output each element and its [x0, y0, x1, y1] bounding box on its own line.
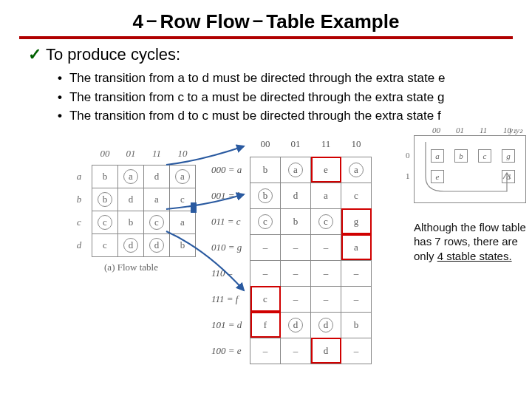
cell: d — [311, 338, 341, 364]
row-hdr: 101 = d — [211, 312, 250, 338]
cell: – — [281, 338, 311, 364]
note-text: Although the flow table has 7 rows, ther… — [414, 220, 532, 264]
col-hdr: 11 — [144, 143, 170, 166]
cell: a — [170, 211, 196, 233]
cell: a — [170, 165, 196, 188]
row-hdr: 111 = f — [211, 286, 250, 312]
flow-table-a: 00011110abadabbdacccbcadcddb (a) Flow ta… — [66, 143, 196, 273]
cell: d — [144, 233, 170, 256]
col-hdr: 00 — [250, 132, 281, 157]
flow-table-b: 00011110000 = abaea001 = bbdac011 = ccbc… — [211, 132, 372, 364]
row-hdr: 010 = g — [211, 234, 250, 260]
cell: a — [341, 157, 372, 183]
cell: b — [92, 165, 118, 188]
cell: c — [250, 286, 281, 312]
row-hdr: 011 = c — [211, 208, 250, 234]
title-dash-2: – — [253, 9, 263, 31]
cell: a — [341, 234, 372, 260]
cell: d — [311, 312, 341, 338]
cell: f — [250, 312, 281, 338]
figures-area: 00011110abadabbdacccbcadcddb (a) Flow ta… — [22, 132, 510, 375]
row-hdr: d — [66, 233, 92, 256]
cell: c — [170, 188, 196, 211]
row-hdr: 110 – — [211, 260, 250, 286]
cell: c — [311, 208, 341, 234]
transition-diagram: y₁y₂ 000111100abcg1ed — [414, 135, 526, 203]
trans-row: 0 — [406, 151, 410, 160]
cell: – — [341, 260, 372, 286]
cell: c — [92, 233, 118, 256]
trans-row: 1 — [406, 171, 410, 180]
cell: e — [311, 157, 341, 183]
cell: d — [118, 233, 144, 256]
row-hdr: a — [66, 165, 92, 188]
bullet-item: The transition from a to d must be direc… — [58, 69, 510, 88]
cell: a — [118, 165, 144, 188]
cell: – — [311, 260, 341, 286]
row-hdr: 001 = b — [211, 183, 250, 208]
cell: a — [281, 157, 311, 183]
col-hdr: 10 — [170, 143, 196, 166]
title-post: Table Example — [266, 10, 399, 33]
check-icon: ✓ — [28, 45, 41, 64]
col-hdr: 11 — [311, 132, 341, 157]
row-hdr: b — [66, 188, 92, 211]
col-hdr: 10 — [341, 132, 372, 157]
note-underlined: 4 stable states. — [437, 250, 512, 262]
cell: a — [144, 188, 170, 211]
title-dash-1: – — [146, 9, 157, 31]
cell: d — [144, 165, 170, 188]
cell: – — [281, 286, 311, 312]
cell: – — [311, 234, 341, 260]
row-hdr: 000 = a — [211, 157, 250, 183]
col-hdr: 01 — [281, 132, 311, 157]
cell: c — [341, 183, 372, 208]
cell: b — [341, 312, 372, 338]
cell: c — [250, 208, 281, 234]
cell: d — [281, 183, 311, 208]
cell: g — [341, 208, 372, 234]
row-hdr: 100 = e — [211, 338, 250, 364]
cell: d — [281, 312, 311, 338]
cell: – — [341, 338, 372, 364]
trans-col: 11 — [480, 126, 487, 134]
cell: c — [92, 211, 118, 233]
trans-col: 10 — [503, 126, 511, 134]
bullet-item: The transition from d to c must be direc… — [58, 106, 510, 126]
cell: b — [118, 211, 144, 233]
col-hdr: 00 — [92, 143, 118, 166]
col-hdr: 01 — [118, 143, 144, 166]
trans-col: 01 — [456, 126, 464, 134]
bullet-list: The transition from a to d must be direc… — [58, 69, 510, 126]
cell: b — [170, 233, 196, 256]
title-pre: 4 — [133, 10, 143, 33]
title-underline — [19, 36, 513, 39]
cell: b — [281, 208, 311, 234]
cell: c — [144, 211, 170, 233]
cell: – — [341, 286, 372, 312]
main-point-text: To produce cycles: — [46, 45, 180, 64]
cell: b — [250, 183, 281, 208]
cell: – — [250, 260, 281, 286]
main-point: ✓To produce cycles: — [28, 45, 510, 64]
cell: – — [250, 338, 281, 364]
cell: b — [250, 157, 281, 183]
flow-table-a-caption: (a) Flow table — [66, 262, 196, 273]
title-mid: Row Flow — [160, 10, 249, 33]
cell: – — [311, 286, 341, 312]
cell: b — [92, 188, 118, 211]
trans-col: 00 — [432, 126, 440, 134]
trans-arrow-icon — [415, 136, 525, 202]
bullet-item: The transition from c to a must be direc… — [58, 88, 510, 107]
cell: – — [281, 260, 311, 286]
row-hdr: c — [66, 211, 92, 233]
cell: a — [311, 183, 341, 208]
cell: – — [281, 234, 311, 260]
cell: – — [250, 234, 281, 260]
cell: d — [118, 188, 144, 211]
